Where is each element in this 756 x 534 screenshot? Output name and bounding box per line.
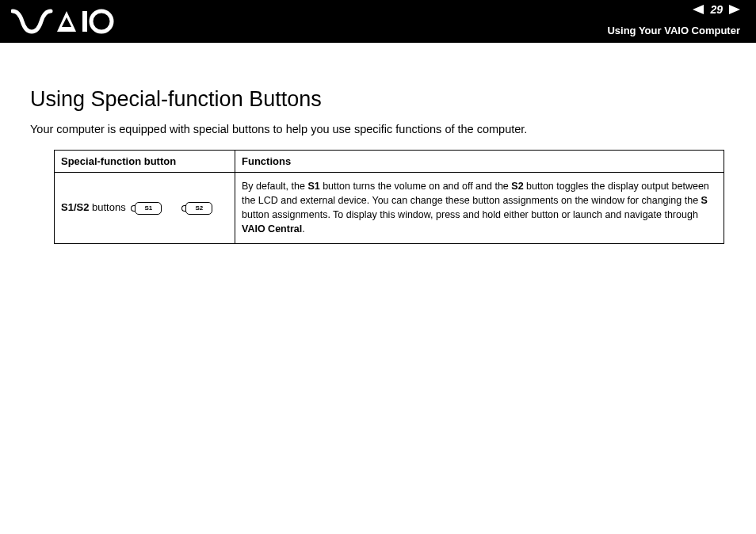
col-header-functions: Functions: [235, 151, 724, 173]
text-bold: VAIO Central: [242, 223, 302, 235]
button-label-bold: S1/S2: [61, 201, 89, 213]
svg-marker-3: [729, 5, 740, 14]
text-bold: S2: [511, 181, 523, 192]
button-label-rest: buttons: [89, 201, 125, 213]
text-bold: S: [701, 195, 708, 206]
cell-button-name: S1/S2 buttons S1 S2: [55, 173, 235, 244]
cell-function-desc: By default, the S1 button turns the volu…: [235, 173, 724, 244]
text-fragment: button turns the volume on and off and t…: [320, 181, 512, 192]
s2-key-icon: S2: [185, 202, 212, 215]
svg-marker-2: [693, 5, 704, 14]
header-bar: 29 Using Your VAIO Computer: [0, 0, 756, 43]
text-fragment: button assignments. To display this wind…: [242, 209, 698, 220]
section-name: Using Your VAIO Computer: [607, 25, 740, 36]
col-header-button: Special-function button: [55, 151, 235, 173]
intro-paragraph: Your computer is equipped with special b…: [30, 123, 726, 135]
text-fragment: .: [302, 223, 304, 235]
svg-rect-0: [82, 11, 87, 32]
next-page-arrow-icon[interactable]: [729, 5, 740, 14]
svg-point-1: [91, 11, 112, 32]
text-bold: S1: [307, 181, 319, 192]
table-row: S1/S2 buttons S1 S2 By default, the S1 b…: [55, 173, 724, 244]
text-fragment: By default, the: [242, 181, 307, 192]
s1-key-icon: S1: [135, 202, 162, 215]
vaio-logo: [11, 8, 114, 35]
page-number: 29: [710, 3, 723, 16]
page-navigator: 29: [693, 3, 740, 16]
prev-page-arrow-icon[interactable]: [693, 5, 704, 14]
page-content: Using Special-function Buttons Your comp…: [0, 43, 756, 244]
function-text: By default, the S1 button turns the volu…: [242, 179, 717, 237]
function-table: Special-function button Functions S1/S2 …: [54, 150, 724, 244]
key-icons: S1 S2: [135, 202, 212, 215]
page-heading: Using Special-function Buttons: [30, 87, 726, 112]
table-header-row: Special-function button Functions: [55, 151, 724, 173]
